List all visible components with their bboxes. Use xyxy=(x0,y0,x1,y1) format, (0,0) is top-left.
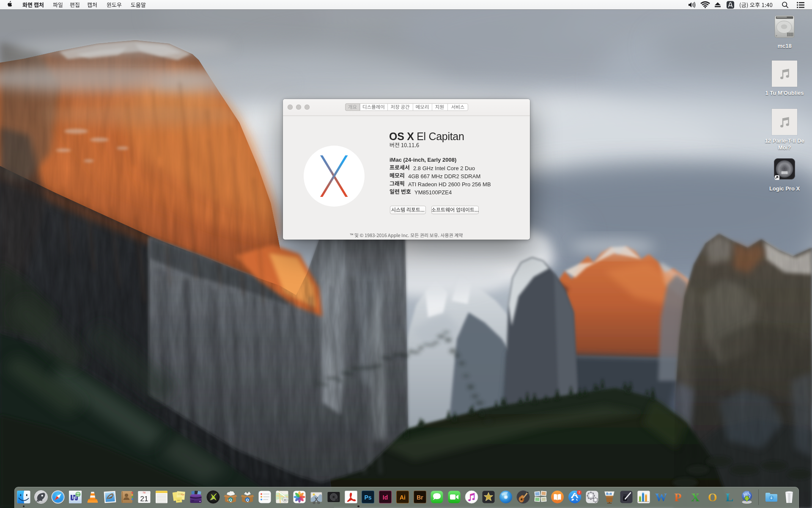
svg-text:O: O xyxy=(708,491,717,504)
svg-text:21: 21 xyxy=(140,495,148,503)
svg-text:7: 7 xyxy=(578,491,580,494)
svg-text:Ai: Ai xyxy=(400,494,406,501)
svg-text:30: 30 xyxy=(283,499,286,501)
svg-text:Br: Br xyxy=(417,494,423,501)
svg-text:Q: Q xyxy=(246,498,249,502)
svg-text:L: L xyxy=(725,491,733,504)
svg-text:W: W xyxy=(655,491,667,504)
svg-text:2월: 2월 xyxy=(143,491,145,494)
svg-text:STX: STX xyxy=(227,500,230,501)
svg-text:P: P xyxy=(675,491,682,504)
svg-text:Ps: Ps xyxy=(365,494,372,501)
svg-text:club: club xyxy=(177,500,180,501)
svg-text:Id: Id xyxy=(383,494,388,501)
svg-text:X: X xyxy=(691,491,700,504)
svg-text:Right: Right xyxy=(181,494,184,496)
